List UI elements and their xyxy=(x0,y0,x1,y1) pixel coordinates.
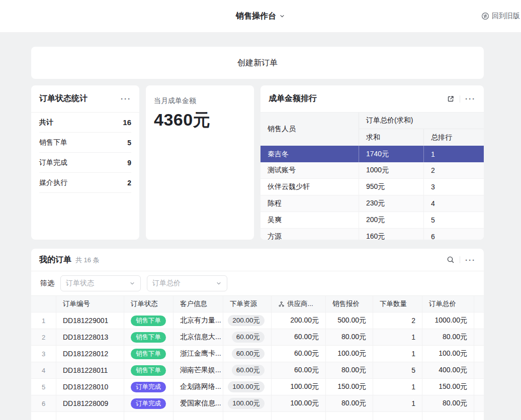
stat-row-total: 共计 16 xyxy=(39,113,131,133)
order-qty: 1 xyxy=(373,329,422,345)
sales-quote: 500.00元 xyxy=(326,312,373,329)
ranking-row[interactable]: 测试账号 1000元 2 xyxy=(260,162,484,179)
ranking-row[interactable]: 方源 160元 6 xyxy=(260,229,484,240)
order-total: 80.00元 xyxy=(422,329,474,345)
col-header-total[interactable]: 订单总价 xyxy=(422,296,474,312)
divider xyxy=(460,95,460,102)
sales-quote: 80.00元 xyxy=(326,362,373,378)
order-status-stats-card: 订单状态统计 ··· 共计 16 销售下单 5 订单完成 9 媒介执行 xyxy=(31,85,139,240)
order-qty: 1 xyxy=(373,379,422,395)
order-id: DD181228010 xyxy=(56,379,124,395)
order-total: 400.00元 xyxy=(422,362,474,378)
search-icon[interactable] xyxy=(447,256,455,264)
rank-sum: 950元 xyxy=(359,179,424,195)
rank-rank: 1 xyxy=(424,146,484,162)
rank-person: 伙伴云魏少轩 xyxy=(260,179,359,195)
col-header-supplier[interactable]: 供应商... xyxy=(272,296,326,312)
supplier-price: 100.00元 xyxy=(272,379,326,395)
sales-quote: 80.00元 xyxy=(326,395,373,411)
stats-row: 订单状态统计 ··· 共计 16 销售下单 5 订单完成 9 媒介执行 xyxy=(31,85,484,240)
more-menu-icon[interactable]: ··· xyxy=(465,95,476,102)
order-row[interactable]: 6 DD181228009 订单完成 爱国家信息... 100.00元 100.… xyxy=(31,395,484,412)
col-header-status[interactable]: 订单状态 xyxy=(124,296,173,312)
row-index: 4 xyxy=(31,362,56,378)
rank-sum: 1000元 xyxy=(359,162,424,178)
orders-table-header: 订单编号 订单状态 客户信息 下单资源 供应商... 销售报价 xyxy=(31,296,484,312)
rank-rank: 6 xyxy=(424,229,484,240)
col-header-qty[interactable]: 下单数量 xyxy=(373,296,422,312)
rank-person: 陈程 xyxy=(260,195,359,212)
row-index: 5 xyxy=(31,379,56,395)
row-spacer xyxy=(474,312,484,329)
stat-value: 9 xyxy=(127,159,131,167)
ranking-row[interactable]: 吴爽 200元 5 xyxy=(260,212,484,229)
order-status-filter-select[interactable]: 订单状态 xyxy=(60,275,141,291)
order-qty: 5 xyxy=(373,362,422,378)
stat-value: 2 xyxy=(127,179,131,187)
ranking-row[interactable]: 秦吉冬 1740元 1 xyxy=(260,146,484,162)
open-in-new-icon[interactable] xyxy=(447,95,455,103)
col-header-supplier-label: 供应商... xyxy=(287,299,313,308)
stat-value: 16 xyxy=(123,118,131,127)
rank-sum: 200元 xyxy=(359,212,424,228)
row-spacer xyxy=(474,346,484,362)
monthly-amount-label: 当月成单金额 xyxy=(154,96,246,106)
order-row[interactable]: 2 DD181228013 销售下单 北京信息大... 60.00元 60.00… xyxy=(31,329,484,346)
divider xyxy=(460,256,460,263)
order-row[interactable]: 3 DD181228012 销售下单 浙江金鹰卡... 60.00元 60.00… xyxy=(31,346,484,362)
order-id: DD181228012 xyxy=(56,346,124,362)
filter-label: 筛选 xyxy=(40,279,54,288)
order-row[interactable]: 4 DD181228011 销售下单 湖南芒果娱... 60.00元 60.00… xyxy=(31,362,484,379)
sales-ranking-title: 成单金额排行 xyxy=(269,93,317,104)
stat-value: 5 xyxy=(127,139,131,147)
rank-person: 吴爽 xyxy=(260,212,359,228)
rank-sum: 230元 xyxy=(359,195,424,212)
main-content: 创建新订单 订单状态统计 ··· 共计 16 销售下单 5 订单完成 9 xyxy=(31,32,484,420)
order-total: 80.00元 xyxy=(422,395,474,411)
create-new-order-label: 创建新订单 xyxy=(237,58,278,68)
orders-count: 共 16 条 xyxy=(75,256,100,265)
ranking-row[interactable]: 伙伴云魏少轩 950元 3 xyxy=(260,179,484,195)
rank-person: 秦吉冬 xyxy=(260,146,359,162)
order-qty: 2 xyxy=(373,312,422,329)
order-row[interactable]: 5 DD181228010 订单完成 企划路网络... 100.00元 100.… xyxy=(31,379,484,395)
status-badge: 订单完成 xyxy=(131,382,166,392)
stat-row: 媒介执行 2 xyxy=(39,173,131,193)
row-index: 2 xyxy=(31,329,56,345)
resource-pill: 60.00元 xyxy=(232,365,265,376)
supplier-price: 200.00元 xyxy=(272,312,326,329)
col-header-order-id[interactable]: 订单编号 xyxy=(56,296,124,312)
chevron-down-icon xyxy=(216,280,222,286)
customer-info: 湖南芒果娱... xyxy=(173,362,223,378)
app-switcher[interactable]: 销售操作台 xyxy=(236,11,285,22)
more-menu-icon[interactable]: ··· xyxy=(465,256,476,264)
order-status-filter-placeholder: 订单状态 xyxy=(66,279,94,288)
col-header-customer[interactable]: 客户信息 xyxy=(173,296,223,312)
rank-rank: 2 xyxy=(424,162,484,178)
order-total-filter-select[interactable]: 订单总价 xyxy=(147,275,227,291)
col-header-quote[interactable]: 销售报价 xyxy=(326,296,373,312)
rank-sum: 160元 xyxy=(359,229,424,240)
monthly-amount-card: 当月成单金额 4360元 xyxy=(146,85,254,240)
orders-table: 订单编号 订单状态 客户信息 下单资源 供应商... 销售报价 xyxy=(31,295,484,420)
row-index: 1 xyxy=(31,312,56,329)
order-total: 1000.00元 xyxy=(422,312,474,329)
resource-pill: 200.00元 xyxy=(228,315,265,326)
ranking-row[interactable]: 陈程 230元 4 xyxy=(260,195,484,212)
order-id: DD181229001 xyxy=(56,312,124,329)
col-header-resource[interactable]: 下单资源 xyxy=(223,296,272,312)
back-to-old-label: 回到旧版 xyxy=(492,12,520,21)
sales-quote: 150.00元 xyxy=(326,379,373,395)
resource-pill: 60.00元 xyxy=(232,348,265,359)
more-menu-icon[interactable]: ··· xyxy=(121,95,131,102)
order-row[interactable]: 1 DD181229001 销售下单 北京有力量... 200.00元 200.… xyxy=(31,312,484,329)
revert-icon xyxy=(481,12,489,20)
back-to-old-version-button[interactable]: 回到旧版 xyxy=(481,0,520,32)
create-new-order-button[interactable]: 创建新订单 xyxy=(31,47,484,79)
order-total: 150.00元 xyxy=(422,379,474,395)
top-bar: 销售操作台 回到旧版 xyxy=(0,0,521,32)
order-id: DD181228011 xyxy=(56,362,124,378)
my-orders-card: 我的订单 共 16 条 ··· 筛选 订单状态 xyxy=(31,249,484,420)
ranking-table-header: 销售人员 订单总价(求和) 求和 总排行 xyxy=(260,113,484,146)
order-total-filter-placeholder: 订单总价 xyxy=(152,279,181,288)
